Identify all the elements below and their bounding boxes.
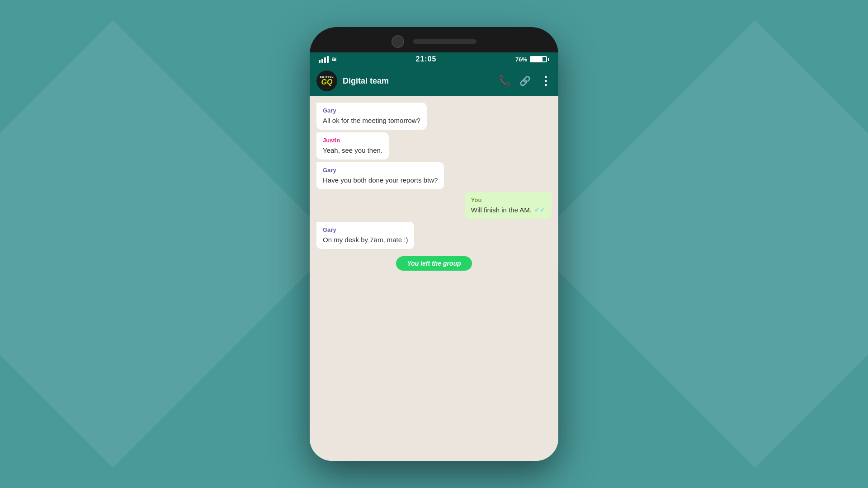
status-right: 76% <box>515 56 549 63</box>
message-5-sender: Gary <box>323 226 408 233</box>
signal-bars <box>319 56 329 63</box>
system-message-wrapper: You left the group <box>316 256 552 271</box>
message-3-text: Have you both done your reports btw? <box>323 175 438 185</box>
message-4-content: Will finish in the AM. <box>471 205 532 215</box>
signal-bar-1 <box>319 60 321 63</box>
message-5-bubble: Gary On my desk by 7am, mate :) <box>316 222 414 249</box>
wifi-icon: ≋ <box>331 56 337 63</box>
header-icons: 📞 🔗 ⋮ <box>498 74 552 88</box>
signal-bar-4 <box>327 56 329 63</box>
phone-icon[interactable]: 📞 <box>498 75 510 87</box>
battery-percent: 76% <box>515 56 527 63</box>
group-name: Digital team <box>343 76 493 86</box>
phone-frame: ≋ 21:05 76% BRITISH GQ Digi <box>310 27 558 461</box>
message-2-text: Yeah, see you then. <box>323 145 382 155</box>
group-avatar: BRITISH GQ <box>316 70 337 91</box>
message-4-bubble: You Will finish in the AM. ✓✓ <box>465 192 552 219</box>
system-message-badge: You left the group <box>396 256 472 271</box>
avatar-gq-text: GQ <box>321 79 333 86</box>
message-2-sender: Justin <box>323 137 382 144</box>
phone-screen: ≋ 21:05 76% BRITISH GQ Digi <box>310 52 558 461</box>
chat-body: Gary All ok for the meeting tomorrow? Ju… <box>310 96 558 461</box>
message-3-wrapper: Gary Have you both done your reports btw… <box>316 162 552 189</box>
message-3-bubble: Gary Have you both done your reports btw… <box>316 162 444 189</box>
message-3-sender: Gary <box>323 167 438 174</box>
message-1-wrapper: Gary All ok for the meeting tomorrow? <box>316 103 552 130</box>
message-1-bubble: Gary All ok for the meeting tomorrow? <box>316 103 427 130</box>
message-4-sender: You <box>471 197 545 203</box>
phone-top-bar <box>310 27 558 52</box>
message-5-text: On my desk by 7am, mate :) <box>323 235 408 244</box>
message-2-wrapper: Justin Yeah, see you then. <box>316 132 552 160</box>
phone-speaker <box>413 39 476 44</box>
phone-camera <box>392 35 404 48</box>
status-time: 21:05 <box>416 55 437 63</box>
bg-diamond-right <box>531 20 868 468</box>
signal-bar-3 <box>324 57 326 63</box>
status-left: ≋ <box>319 56 337 63</box>
status-bar: ≋ 21:05 76% <box>310 52 558 66</box>
chat-header: BRITISH GQ Digital team 📞 🔗 ⋮ <box>310 66 558 96</box>
bg-diamond-left <box>0 20 337 468</box>
link-icon[interactable]: 🔗 <box>519 75 531 86</box>
message-4-ticks: ✓✓ <box>534 206 545 215</box>
message-4-wrapper: You Will finish in the AM. ✓✓ <box>316 192 552 219</box>
message-5-wrapper: Gary On my desk by 7am, mate :) <box>316 222 552 249</box>
message-2-bubble: Justin Yeah, see you then. <box>316 132 389 160</box>
message-4-text: Will finish in the AM. ✓✓ <box>471 205 545 215</box>
message-1-sender: Gary <box>323 107 420 114</box>
more-icon[interactable]: ⋮ <box>540 74 552 88</box>
signal-bar-2 <box>321 59 323 63</box>
message-1-text: All ok for the meeting tomorrow? <box>323 116 420 125</box>
battery-icon <box>530 56 549 62</box>
